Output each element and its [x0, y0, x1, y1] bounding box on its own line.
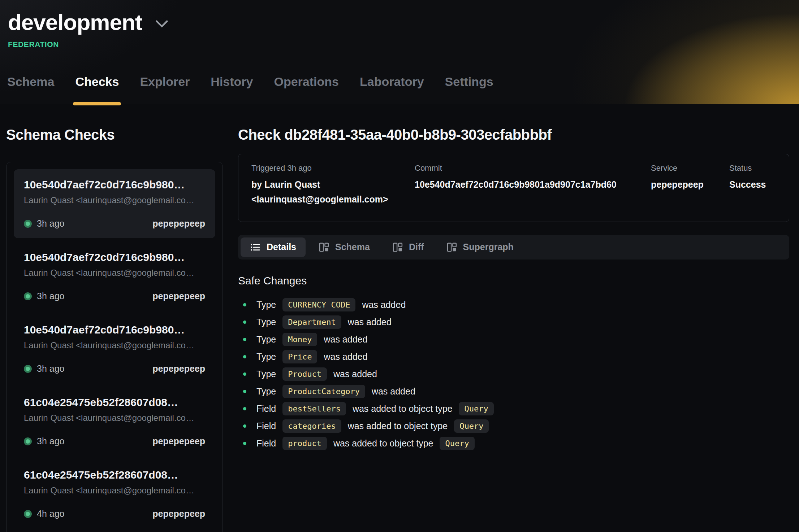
change-kind: Type	[256, 386, 276, 397]
change-kind: Type	[256, 300, 276, 310]
info-service-value: pepepepeep	[651, 177, 725, 192]
detail-tab-label: Details	[267, 242, 296, 252]
change-target-badge: Query	[440, 437, 474, 450]
change-text: was added to object type	[353, 404, 453, 414]
info-triggered-value: by Laurin Quast <laurinquast@googlemail.…	[251, 177, 407, 207]
check-detail-title: Check db28f481-35aa-40b0-b8b9-303ecfabbb…	[238, 127, 789, 143]
detail-tab-label: Supergraph	[463, 242, 514, 252]
check-list-item[interactable]: 61c04e25475eb52f28607d08… Laurin Quast <…	[14, 387, 215, 456]
safe-changes-title: Safe Changes	[238, 275, 789, 287]
change-name-badge: categories	[282, 419, 341, 433]
status-dot-icon	[24, 220, 32, 228]
check-time: 3h ago	[37, 218, 64, 229]
bullet-icon	[243, 424, 246, 428]
check-service: pepepepeep	[152, 436, 205, 446]
bullet-icon	[243, 442, 246, 445]
bullet-icon	[243, 372, 246, 376]
project-name: development	[8, 9, 142, 35]
bullet-icon	[243, 407, 246, 410]
project-header: development FEDERATION Schema Checks Exp…	[0, 0, 799, 104]
check-id: 10e540d7aef72c0d716c9b980…	[24, 179, 205, 191]
check-service: pepepepeep	[152, 363, 205, 374]
check-list-item[interactable]: 10e540d7aef72c0d716c9b980… Laurin Quast …	[14, 242, 215, 311]
check-list-item[interactable]: 10e540d7aef72c0d716c9b980… Laurin Quast …	[14, 314, 215, 383]
tab-explorer[interactable]: Explorer	[138, 75, 192, 104]
change-kind: Type	[256, 369, 276, 379]
change-kind: Field	[256, 438, 276, 449]
checks-list: 10e540d7aef72c0d716c9b980… Laurin Quast …	[6, 162, 223, 532]
info-status-value: Success	[729, 177, 778, 192]
status-dot-icon	[24, 365, 32, 373]
status-dot-icon	[24, 437, 32, 445]
check-id: 10e540d7aef72c0d716c9b980…	[24, 251, 205, 263]
chevron-down-icon	[156, 20, 168, 28]
change-target-badge: Query	[459, 402, 493, 415]
schema-checks-panel: Schema Checks 10e540d7aef72c0d716c9b980……	[6, 104, 223, 532]
change-kind: Field	[256, 421, 276, 431]
status-dot-icon	[24, 292, 32, 300]
check-list-item[interactable]: 61c04e25475eb52f28607d08… Laurin Quast <…	[14, 459, 215, 528]
detail-tab-supergraph[interactable]: Supergraph	[437, 237, 523, 257]
change-text: was added	[362, 300, 406, 310]
change-name-badge: Product	[282, 367, 327, 381]
change-item: Type Money was added	[238, 331, 789, 348]
tab-laboratory[interactable]: Laboratory	[358, 75, 426, 104]
change-kind: Type	[256, 317, 276, 327]
check-author: Laurin Quast <laurinquast@googlemail.co…	[24, 195, 205, 205]
check-service: pepepepeep	[152, 509, 205, 519]
tab-operations[interactable]: Operations	[272, 75, 341, 104]
status-dot-icon	[24, 510, 32, 518]
schema-checks-title: Schema Checks	[6, 127, 223, 143]
change-target-badge: Query	[454, 419, 489, 433]
bullet-icon	[243, 320, 246, 324]
check-id: 10e540d7aef72c0d716c9b980…	[24, 324, 205, 336]
change-name-badge: bestSellers	[282, 402, 346, 415]
check-author: Laurin Quast <laurinquast@googlemail.co…	[24, 485, 205, 496]
change-name-badge: product	[282, 437, 327, 450]
change-item: Field categories was added to object typ…	[238, 418, 789, 435]
change-text: was added	[372, 386, 415, 397]
info-commit-label: Commit	[415, 163, 647, 173]
columns-icon	[319, 242, 329, 253]
change-text: was added to object type	[333, 438, 433, 449]
check-list-item[interactable]: 10e540d7aef72c0d716c9b980… Laurin Quast …	[14, 169, 215, 238]
change-kind: Type	[256, 334, 276, 345]
change-item: Field product was added to object type Q…	[238, 435, 789, 452]
info-status-label: Status	[729, 163, 778, 173]
tab-history[interactable]: History	[208, 75, 255, 104]
change-item: Field bestSellers was added to object ty…	[238, 400, 789, 418]
change-name-badge: CURRENCY_CODE	[282, 298, 355, 311]
change-name-badge: Department	[282, 315, 341, 329]
check-service: pepepepeep	[152, 218, 205, 229]
change-name-badge: Money	[282, 333, 317, 346]
detail-tab-label: Schema	[335, 242, 370, 252]
change-text: was added	[333, 369, 377, 379]
check-time: 3h ago	[37, 363, 64, 374]
detail-tab-diff[interactable]: Diff	[383, 237, 433, 257]
check-author: Laurin Quast <laurinquast@googlemail.co…	[24, 413, 205, 423]
change-item: Type Price was added	[238, 348, 789, 366]
tab-checks[interactable]: Checks	[73, 75, 121, 104]
detail-tab-details[interactable]: Details	[241, 237, 306, 257]
check-author: Laurin Quast <laurinquast@googlemail.co…	[24, 340, 205, 350]
detail-tabs: Details Schema Diff	[238, 235, 789, 260]
main-nav: Schema Checks Explorer History Operation…	[5, 75, 496, 104]
bullet-icon	[243, 390, 246, 393]
tab-schema[interactable]: Schema	[5, 75, 56, 104]
check-time: 3h ago	[37, 291, 64, 301]
change-name-badge: ProductCategory	[282, 385, 365, 398]
detail-tab-schema[interactable]: Schema	[309, 237, 379, 257]
tab-settings[interactable]: Settings	[443, 75, 496, 104]
change-kind: Type	[256, 352, 276, 362]
change-text: was added	[348, 317, 392, 327]
check-time: 3h ago	[37, 436, 64, 446]
check-info-box: Triggered 3h ago by Laurin Quast <laurin…	[238, 154, 789, 222]
info-service-label: Service	[651, 163, 725, 173]
bullet-icon	[243, 355, 246, 358]
project-type-badge: FEDERATION	[8, 40, 799, 49]
change-item: Type Product was added	[238, 366, 789, 383]
info-triggered-label: Triggered 3h ago	[251, 163, 410, 173]
change-item: Type ProductCategory was added	[238, 383, 789, 400]
bullet-icon	[243, 303, 246, 306]
project-switcher[interactable]	[156, 16, 168, 29]
